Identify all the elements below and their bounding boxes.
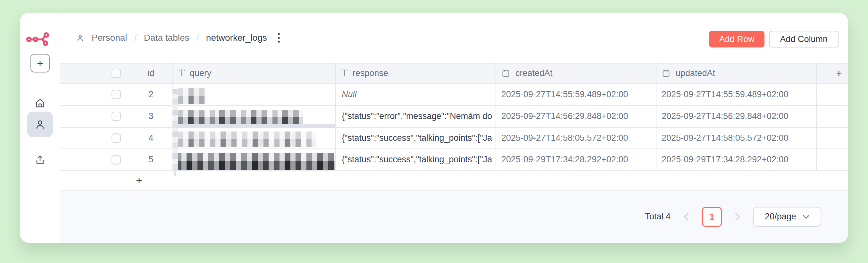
page-number-button[interactable]: 1 bbox=[702, 207, 722, 227]
column-label: createdAt bbox=[516, 68, 553, 78]
cell-createdAt[interactable]: 2025-09-27T14:55:59.489+02:00 bbox=[501, 83, 649, 105]
select-all-checkbox[interactable] bbox=[112, 69, 121, 78]
calendar-icon bbox=[501, 69, 510, 78]
previous-page-button[interactable] bbox=[681, 212, 691, 222]
grid-line bbox=[656, 63, 656, 170]
column-label: query bbox=[190, 68, 212, 78]
cell-id[interactable]: 2 bbox=[133, 83, 168, 105]
grid-line bbox=[335, 63, 336, 170]
table-footer: Total 4 1 20/page bbox=[60, 190, 848, 243]
column-header-id[interactable]: id bbox=[133, 63, 168, 83]
cell-response[interactable]: Null bbox=[342, 83, 489, 105]
n8n-logo-icon[interactable] bbox=[26, 32, 54, 46]
column-header-response[interactable]: T response bbox=[342, 63, 388, 83]
sidebar-item-share[interactable] bbox=[27, 147, 53, 173]
cell-updatedAt[interactable]: 2025-09-29T17:34:28.292+02:00 bbox=[661, 148, 809, 170]
person-icon bbox=[34, 119, 46, 130]
column-header-createdAt[interactable]: createdAt bbox=[501, 63, 553, 83]
add-column-cell[interactable]: + bbox=[836, 63, 842, 83]
sidebar: + bbox=[20, 13, 60, 243]
plus-icon: + bbox=[836, 67, 842, 79]
cell-createdAt[interactable]: 2025-09-29T17:34:28.292+02:00 bbox=[501, 148, 649, 170]
cell-response[interactable]: {"status":"success","talking_points":["J… bbox=[342, 127, 494, 149]
sidebar-item-personal[interactable] bbox=[27, 112, 53, 137]
cell-updatedAt[interactable]: 2025-09-27T14:56:29.848+02:00 bbox=[661, 105, 809, 127]
cell-updatedAt[interactable]: 2025-09-27T14:55:59.489+02:00 bbox=[661, 83, 809, 105]
column-label: response bbox=[352, 68, 388, 78]
redacted-query-cell[interactable] bbox=[178, 88, 207, 104]
blur-artifact-horizontal bbox=[173, 124, 335, 128]
plus-icon: + bbox=[136, 174, 142, 187]
text-type-icon: T bbox=[179, 68, 185, 78]
redacted-query-cell[interactable] bbox=[178, 132, 316, 147]
calendar-icon bbox=[661, 69, 671, 78]
pagination: Total 4 1 20/page bbox=[645, 191, 821, 243]
grid-line bbox=[60, 63, 848, 63]
column-label: updatedAt bbox=[676, 68, 715, 78]
page-size-value: 20/page bbox=[765, 212, 796, 222]
table-header-background bbox=[60, 63, 848, 83]
cell-updatedAt[interactable]: 2025-09-27T14:58:05.572+02:00 bbox=[661, 127, 809, 149]
cell-createdAt[interactable]: 2025-09-27T14:56:29.848+02:00 bbox=[501, 105, 649, 127]
total-count-label: Total 4 bbox=[645, 212, 671, 222]
cell-createdAt[interactable]: 2025-09-27T14:58:05.572+02:00 bbox=[501, 127, 649, 149]
row-checkbox[interactable] bbox=[112, 112, 121, 121]
new-workflow-button[interactable]: + bbox=[30, 54, 50, 72]
app-window: + bbox=[20, 13, 848, 243]
plus-icon: + bbox=[37, 57, 43, 69]
column-header-query[interactable]: T query bbox=[179, 63, 212, 83]
redacted-query-cell[interactable] bbox=[178, 110, 303, 124]
blur-artifact-vertical bbox=[173, 89, 178, 170]
cell-response[interactable]: {"status":"error","message":"Nemám do bbox=[342, 105, 494, 127]
next-page-button[interactable] bbox=[733, 212, 742, 222]
cell-id[interactable]: 4 bbox=[133, 127, 168, 149]
grid-line bbox=[816, 63, 817, 170]
row-checkbox[interactable] bbox=[112, 155, 121, 165]
grid-line bbox=[496, 63, 496, 170]
home-icon bbox=[35, 98, 45, 109]
share-upload-icon bbox=[35, 154, 45, 165]
data-table: id T query T response createdAt bbox=[60, 13, 848, 190]
row-checkbox[interactable] bbox=[112, 90, 121, 99]
chevron-down-icon bbox=[803, 214, 810, 219]
page-size-select[interactable]: 20/page bbox=[753, 207, 821, 227]
blur-artifact-tail bbox=[174, 170, 176, 176]
cell-response[interactable]: {"status":"success","talking_points":["J… bbox=[342, 148, 494, 170]
row-checkbox[interactable] bbox=[112, 134, 121, 143]
cell-id[interactable]: 3 bbox=[133, 105, 168, 127]
column-header-updatedAt[interactable]: updatedAt bbox=[661, 63, 715, 83]
redacted-query-cell[interactable] bbox=[176, 153, 335, 170]
text-type-icon: T bbox=[342, 68, 347, 78]
column-label: id bbox=[148, 68, 154, 78]
cell-id[interactable]: 5 bbox=[133, 148, 168, 170]
add-row-inline-button[interactable]: + bbox=[126, 173, 153, 188]
